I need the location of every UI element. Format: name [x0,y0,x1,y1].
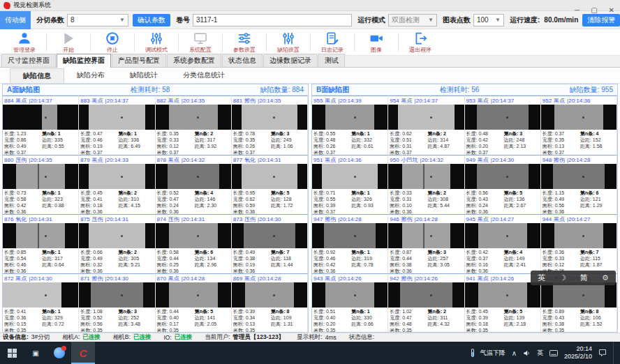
start-button[interactable] [0,342,24,364]
action-tune-v2-button[interactable]: 缺陷设置 [267,30,310,55]
touch-keyboard-icon[interactable] [549,349,558,357]
defect-image[interactable] [232,282,307,308]
defect-cell[interactable]: 873压伤|20:14:30长度: 0.49宽度: 0.38面积: 0.19米数… [232,214,308,273]
defect-cell[interactable]: 882黑点|20:14:35长度: 0.35宽度: 0.33面积: 0.12米数… [156,96,232,155]
defect-image[interactable] [541,164,617,189]
defect-image[interactable] [541,223,617,248]
browser-taskbar-button[interactable] [47,342,71,364]
defect-cell[interactable]: 953黑点|20:14:37长度: 0.48宽度: 0.42面积: 0.20米数… [465,96,541,155]
run-mode-select[interactable]: 双面检测▼ [388,14,437,26]
main-tab-3[interactable]: 系统参数配置 [167,54,221,67]
defect-image[interactable] [388,105,464,130]
defect-cell[interactable]: 869黑点|20:14:28长度: 0.39宽度: 0.34面积: 0.13米数… [232,273,308,333]
defect-cell[interactable]: 941黑点|20:14:26长度: 0.45宽度: 0.39面积: 0.18米数… [465,273,541,333]
defect-image[interactable] [388,282,464,308]
defect-cell[interactable]: 874压伤|20:14:31长度: 0.58宽度: 0.44面积: 0.25米数… [156,214,232,273]
main-tab-6[interactable]: 测试 [318,54,345,67]
defect-image[interactable] [465,164,540,189]
defect-image[interactable] [156,105,231,130]
taskbar-clock[interactable]: 20:14 2025/2/10 [564,345,592,361]
defect-cell[interactable]: 951黑点|20:14:36长度: 0.71宽度: 0.55面积: 0.39米数… [312,155,388,214]
defect-cell[interactable]: 944黑点|20:14:27长度: 0.36宽度: 0.33面积: 0.12米数… [541,214,617,273]
defect-image[interactable] [312,105,388,130]
action-log-button[interactable]: 日志记录 [311,30,354,55]
defect-image[interactable] [232,105,307,130]
defect-image[interactable] [3,105,78,130]
defect-image[interactable] [156,282,231,308]
action-play-button[interactable]: 开始 [47,30,90,55]
ime-toolbar[interactable]: 英 ☽ 简 ⚙ [531,271,616,285]
slit-count-select[interactable]: 8▼ [67,14,128,26]
defect-cell[interactable]: 955黑点|20:14:39长度: 0.55宽度: 0.48面积: 0.26米数… [312,96,388,155]
defect-cell[interactable]: 879黑点|20:14:33长度: 0.45宽度: 0.41面积: 0.18米数… [79,155,155,214]
action-stop-button[interactable]: 停止 [91,30,134,55]
sub-tab-0[interactable]: 缺陷信息 [10,68,64,83]
minimize-icon[interactable]: ─ [575,7,580,14]
hidden-icons-chevron[interactable]: ∧ [512,349,517,357]
defect-image[interactable] [388,164,464,189]
defect-image[interactable] [232,164,307,189]
main-tab-1[interactable]: 缺陷监控界面 [57,54,111,68]
ime-settings-gear-icon[interactable]: ⚙ [602,273,609,282]
defect-image[interactable] [79,105,154,130]
defect-cell[interactable]: 943黑点|20:14:26长度: 0.51宽度: 0.40面积: 0.20米数… [312,273,388,333]
defect-image[interactable] [79,223,154,248]
main-tab-0[interactable]: 尺寸监控界面 [1,54,56,67]
defect-cell[interactable]: 883黑点|20:14:37长度: 0.47宽度: 0.46面积: 0.19米数… [79,96,155,155]
ime-moon-icon[interactable]: ☽ [559,273,566,282]
defect-cell[interactable]: 948擦伤|20:14:28长度: 1.15宽度: 0.49面积: 0.56米数… [541,155,617,214]
drive-side-button[interactable]: 传动侧 [0,11,31,29]
task-view-button[interactable]: ▣ [24,342,47,364]
close-icon[interactable]: ✕ [609,7,614,14]
sub-tab-3[interactable]: 分类信息统计 [170,68,237,82]
defect-image[interactable] [312,223,388,248]
defect-cell[interactable]: 881擦伤|20:14:35长度: 0.78宽度: 0.35面积: 0.26米数… [232,96,308,155]
ime-simplified-toggle[interactable]: 简 [580,273,588,283]
action-center-icon[interactable] [598,349,607,357]
action-exit-button[interactable]: 退出程序 [399,30,442,55]
defect-image[interactable] [232,223,307,248]
defect-image[interactable] [465,223,540,248]
defect-cell[interactable]: 946擦伤|20:14:28长度: 0.87宽度: 0.44面积: 0.38米数… [388,214,464,273]
defect-image[interactable] [312,164,388,189]
defect-cell[interactable]: 876氧化|20:14:31长度: 0.85宽度: 0.54面积: 0.46米数… [3,214,79,273]
action-camera-button[interactable]: 图像 [355,30,398,55]
roll-number-input[interactable] [193,14,352,26]
defect-image[interactable] [156,223,231,248]
action-tune-h-button[interactable]: 参数设置 [223,30,266,55]
defect-cell[interactable]: 878黑点|20:14:32长度: 0.52宽度: 0.47面积: 0.24米数… [156,155,232,214]
defect-cell[interactable]: 954黑点|20:14:37长度: 0.62宽度: 0.51面积: 0.31米数… [388,96,464,155]
show-desktop-button[interactable] [613,342,616,364]
defect-cell[interactable]: 877氧化|20:14:31长度: 0.95宽度: 0.62面积: 0.59米数… [232,155,308,214]
defect-image[interactable] [156,164,231,189]
sub-tab-2[interactable]: 缺陷统计 [117,68,170,82]
defect-image[interactable] [3,164,78,189]
defect-image[interactable] [79,282,154,308]
main-tab-4[interactable]: 状态信息 [222,54,263,67]
defect-image[interactable] [312,282,388,308]
volume-icon[interactable] [523,349,531,357]
defect-cell[interactable]: 871擦伤|20:14:30长度: 1.08宽度: 0.52面积: 0.56米数… [79,273,155,333]
defect-image[interactable] [3,223,78,248]
defect-cell[interactable]: 942擦伤|20:14:26长度: 1.02宽度: 0.47面积: 0.48米数… [388,273,464,333]
action-user-button[interactable]: 管理登录 [3,30,46,55]
defect-cell[interactable]: 875压伤|20:14:31长度: 0.66宽度: 0.49面积: 0.32米数… [79,214,155,273]
clear-alarm-button[interactable]: 清除报警 [582,14,620,26]
defect-image[interactable] [3,282,78,308]
inspection-app-taskbar-button[interactable]: C [71,342,95,364]
main-tab-5[interactable]: 边缘数据记录 [263,54,318,67]
defect-image[interactable] [541,105,617,130]
sub-tab-1[interactable]: 缺陷分布 [64,68,117,82]
ime-english-toggle[interactable]: 英 [538,273,545,283]
confirm-count-button[interactable]: 确认条数 [133,14,170,26]
defect-cell[interactable]: 949黑点|20:14:30长度: 0.56宽度: 0.43面积: 0.24米数… [465,155,541,214]
defect-cell[interactable]: 884黑点|20:14:37长度: 1.23宽度: 0.86面积: 0.49米数… [3,96,79,155]
defect-image[interactable] [541,282,617,308]
defect-image[interactable] [388,223,464,248]
defect-cell[interactable]: 947擦伤|20:14:28长度: 0.92宽度: 0.46面积: 0.42米数… [312,214,388,273]
weather-text[interactable]: 气温下降 [480,349,505,358]
main-tab-2[interactable]: 产品型号配置 [112,54,166,67]
defect-image[interactable] [465,105,540,130]
action-monitor-button[interactable]: 系统配置 [179,30,222,55]
defect-cell[interactable]: 952黑点|20:14:36长度: 0.37宽度: 0.35面积: 0.13米数… [541,96,617,155]
